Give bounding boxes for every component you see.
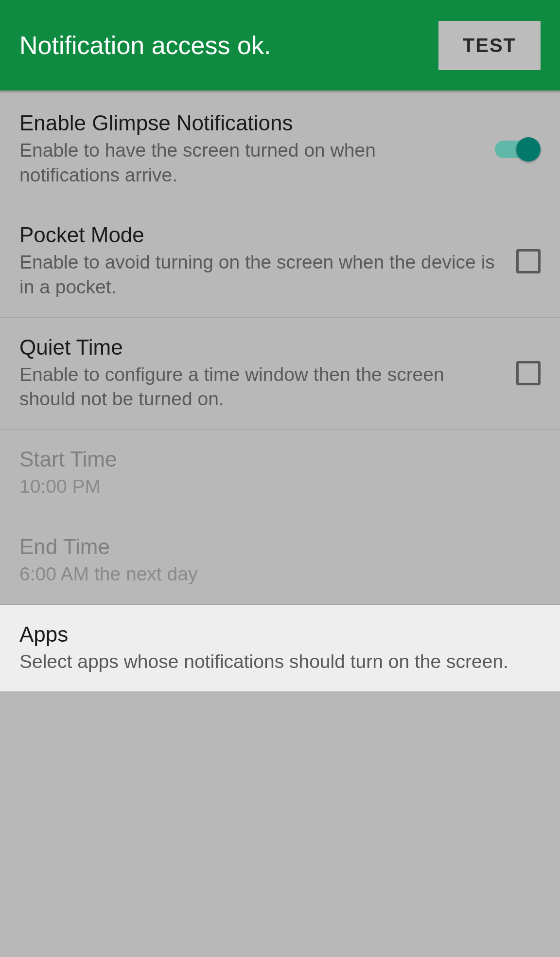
setting-title: Quiet Time [19,335,497,360]
app-header: Notification access ok. TEST [0,0,560,90]
setting-desc: Enable to avoid turning on the screen wh… [19,250,497,299]
setting-apps[interactable]: Apps Select apps whose notifications sho… [0,605,560,692]
control-area [495,137,541,162]
setting-title: Start Time [19,447,521,471]
control-area [516,249,541,273]
setting-desc: Select apps whose notifications should t… [19,650,521,674]
checkbox[interactable] [516,361,541,385]
setting-enable-glimpse[interactable]: Enable Glimpse Notifications Enable to h… [0,93,560,205]
test-button[interactable]: TEST [438,21,541,70]
setting-title: End Time [19,535,521,559]
header-title: Notification access ok. [19,31,271,60]
setting-desc: 10:00 PM [19,474,521,499]
setting-text: Pocket Mode Enable to avoid turning on t… [19,223,516,299]
setting-desc: Enable to have the screen turned on when… [19,138,475,187]
setting-text: Enable Glimpse Notifications Enable to h… [19,111,495,187]
setting-text: Start Time 10:00 PM [19,447,541,499]
setting-title: Apps [19,622,521,647]
setting-desc: 6:00 AM the next day [19,562,521,587]
setting-end-time: End Time 6:00 AM the next day [0,517,560,605]
control-area [516,361,541,385]
toggle-thumb [516,137,541,162]
setting-pocket-mode[interactable]: Pocket Mode Enable to avoid turning on t… [0,205,560,317]
setting-quiet-time[interactable]: Quiet Time Enable to configure a time wi… [0,318,560,430]
setting-desc: Enable to configure a time window then t… [19,362,497,412]
checkbox[interactable] [516,249,541,273]
setting-title: Pocket Mode [19,223,497,247]
bottom-spacer [0,691,560,798]
settings-list: Enable Glimpse Notifications Enable to h… [0,93,560,691]
setting-start-time: Start Time 10:00 PM [0,430,560,517]
setting-text: Apps Select apps whose notifications sho… [19,622,541,674]
setting-text: End Time 6:00 AM the next day [19,535,541,587]
toggle-switch[interactable] [495,137,541,162]
setting-title: Enable Glimpse Notifications [19,111,475,135]
setting-text: Quiet Time Enable to configure a time wi… [19,335,516,412]
